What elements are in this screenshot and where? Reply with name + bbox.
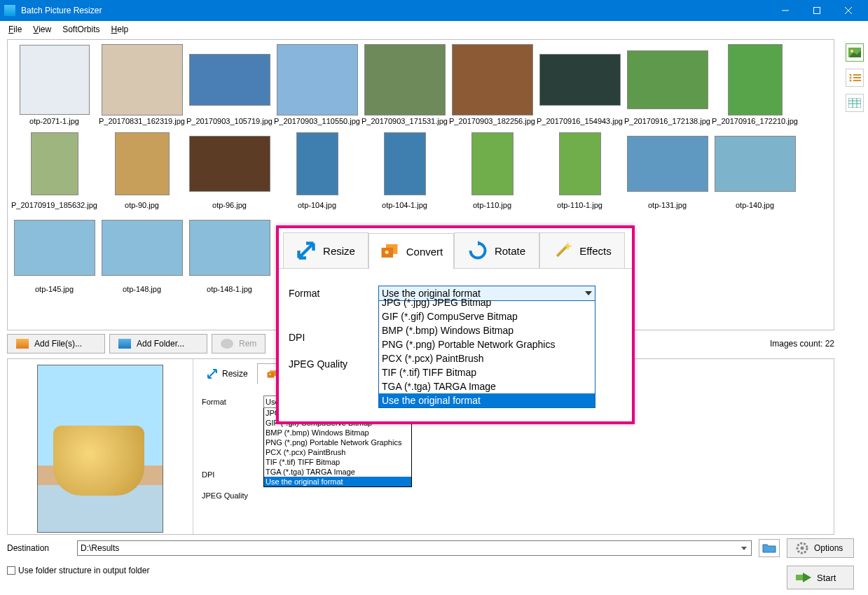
destination-row: Destination D:\Results Options [7,538,854,559]
thumbnail-item[interactable]: otp-131.jpg [624,128,711,209]
svg-rect-22 [796,575,803,580]
add-folder-button[interactable]: Add Folder... [109,334,207,354]
thumbnail-item[interactable]: otp-104.jpg [273,128,361,209]
thumbnail-filename: P_20170903_110550.jpg [273,117,361,125]
jpeg-quality-label: JPEG Quality [202,491,263,500]
format-option[interactable]: PCX (*.pcx) PaintBrush [264,447,411,457]
view-details-button[interactable] [846,94,864,112]
thumbnail-filename: otp-131.jpg [624,201,711,209]
tab-resize[interactable]: Resize [283,232,368,268]
options-button[interactable]: Options [787,538,854,558]
menu-file[interactable]: File [3,23,27,36]
thumbnail-item[interactable]: P_20170903_182256.jpg [448,44,536,125]
thumbnail-filename: otp-148-1.jpg [186,285,273,293]
chevron-down-icon [741,547,747,550]
thumbnail-item[interactable]: P_20170919_185632.jpg [11,128,98,209]
image-thumbnail [364,44,446,115]
folder-structure-checkbox-row: Use folder structure in output folder [7,566,149,575]
image-thumbnail [277,44,358,115]
thumbnail-item[interactable]: otp-140.jpg [711,128,799,209]
dpi-label: DPI [289,332,378,343]
view-list-button[interactable] [846,69,864,87]
menu-softorbits[interactable]: SoftOrbits [57,23,105,36]
destination-input[interactable]: D:\Results [77,540,752,556]
folder-structure-checkbox[interactable] [7,566,15,575]
minimize-button[interactable] [769,0,801,21]
thumbnail-filename: otp-110.jpg [448,201,536,209]
format-option[interactable]: TGA (*.tga) TARGA Image [379,379,595,393]
thumbnail-filename: otp-96.jpg [186,201,273,209]
tab-resize[interactable]: Resize [198,363,257,384]
image-thumbnail [189,136,270,192]
thumbnail-filename: otp-140.jpg [711,201,799,209]
thumbnail-filename: otp-148.jpg [98,285,186,293]
image-thumbnail [471,132,514,195]
image-thumbnail [189,54,270,106]
start-button[interactable]: Start [787,566,854,589]
svg-point-8 [850,77,852,79]
thumbnail-filename: P_20170916_172138.jpg [624,117,711,125]
destination-label: Destination [7,543,70,553]
thumbnail-item[interactable]: P_20170916_172138.jpg [624,44,711,125]
tab-effects[interactable]: Effects [539,232,625,268]
thumbnail-filename: otp-104.jpg [273,201,361,209]
format-option[interactable]: TGA (*.tga) TARGA Image [264,467,411,477]
thumbnail-item[interactable]: P_20170903_105719.jpg [186,44,273,125]
svg-point-19 [269,374,270,375]
thumbnail-filename: otp-2071-1.jpg [11,117,98,125]
jpeg-quality-row: JPEG Quality [202,485,825,506]
menu-help[interactable]: Help [106,23,135,36]
folder-icon [118,339,131,349]
thumbnail-item[interactable]: P_20170903_171531.jpg [361,44,448,125]
svg-point-10 [850,80,852,82]
thumbnail-filename: P_20170916_172210.jpg [711,117,799,125]
remove-button[interactable]: Rem [212,334,266,354]
add-files-button[interactable]: Add File(s)... [7,334,105,354]
remove-icon [221,339,233,349]
image-thumbnail [102,44,183,115]
thumbnail-item[interactable]: otp-110-1.jpg [536,128,624,209]
thumbnail-item[interactable]: P_20170903_110550.jpg [273,44,361,125]
format-option[interactable]: GIF (*.gif) CompuServe Bitmap [379,309,595,323]
preview-image[interactable] [37,365,163,533]
maximize-button[interactable] [801,0,832,21]
menu-view[interactable]: View [27,23,57,36]
thumbnail-item[interactable]: P_20170916_154943.jpg [536,44,624,125]
menu-bar: File View SoftOrbits Help [0,21,868,38]
image-icon [16,339,29,349]
resize-icon [296,241,316,260]
thumbnail-item[interactable]: otp-110.jpg [448,128,536,209]
thumbnail-item[interactable]: otp-145.jpg [11,212,98,293]
svg-rect-1 [813,8,820,14]
image-thumbnail [31,132,78,195]
thumbnail-item[interactable]: P_20170916_172210.jpg [711,44,799,125]
format-option[interactable]: TIF (*.tif) TIFF Bitmap [264,457,411,467]
browse-folder-button[interactable] [759,539,780,557]
thumbnail-item[interactable]: otp-148.jpg [98,212,186,293]
chevron-down-icon [585,291,592,295]
wand-icon [553,241,572,260]
close-button[interactable] [832,0,864,21]
format-option[interactable]: BMP (*.bmp) Windows Bitmap [264,428,411,438]
format-option[interactable]: PNG (*.png) Portable Network Graphics [264,438,411,447]
format-option[interactable]: Use the original format [379,393,595,407]
thumbnail-item[interactable]: otp-104-1.jpg [361,128,448,209]
thumbnail-filename: otp-145.jpg [11,285,98,293]
image-thumbnail [14,220,95,276]
thumbnail-item[interactable]: otp-90.jpg [98,128,186,209]
tab-convert[interactable]: Convert [368,233,454,269]
image-thumbnail [627,136,708,192]
tab-rotate[interactable]: Rotate [454,232,539,268]
maximize-icon [813,7,820,14]
thumbnail-item[interactable]: otp-148-1.jpg [186,212,273,293]
title-bar: Batch Picture Resizer [0,0,868,21]
dpi-label: DPI [202,470,263,479]
thumbnail-item[interactable]: P_20170831_162319.jpg [98,44,186,125]
resize-icon [207,368,218,379]
thumbnail-item[interactable]: otp-2071-1.jpg [11,44,98,125]
window-title: Batch Picture Resizer [21,6,769,15]
thumbnail-item[interactable]: otp-96.jpg [186,128,273,209]
gear-icon [796,542,808,554]
format-option[interactable]: Use the original format [264,477,411,486]
view-thumbnails-button[interactable] [846,43,864,62]
